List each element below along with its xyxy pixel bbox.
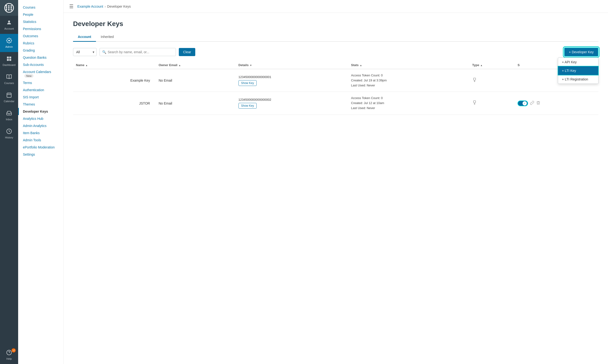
sidebar-item-settings[interactable]: Settings [18,151,63,158]
svg-point-20 [474,104,475,104]
sort-icon-email: ▴ [179,64,180,66]
col-owner-email: Owner Email ▴ [156,61,235,69]
search-input[interactable] [108,48,173,56]
nav-item-inbox[interactable]: Inbox [0,106,18,125]
key2-state: ✓ [515,92,598,115]
dropdown-lti-registration[interactable]: + LTI Registration [558,75,598,84]
logo-dot [8,5,10,7]
sidebar-item-item-banks[interactable]: Item Banks [18,129,63,137]
svg-rect-6 [7,93,11,97]
key2-email: No Email [156,92,235,115]
search-icon: 🔍 [102,50,106,54]
nav-courses-label: Courses [4,82,14,84]
sort-icon-details: ▾ [250,64,251,66]
nav-item-admin[interactable]: Admin [0,34,18,52]
sidebar-item-courses[interactable]: Courses [18,4,63,11]
key1-show-key-button[interactable]: Show Key [238,80,257,86]
dropdown-api-key[interactable]: + API Key [558,58,598,66]
sidebar-item-admin-tools[interactable]: Admin Tools [18,137,63,144]
sidebar-item-permissions[interactable]: Permissions [18,25,63,32]
inbox-icon [6,110,12,117]
developer-key-button[interactable]: + Developer Key [564,48,598,57]
toggle-on[interactable]: ✓ [517,101,528,106]
sidebar-item-statistics[interactable]: Statistics [18,18,63,25]
sidebar-item-sub-accounts[interactable]: Sub-Accounts [18,61,63,68]
sidebar-item-sis-import[interactable]: SIS Import [18,93,63,101]
account-icon [6,20,12,26]
logo-dot [8,7,10,9]
action-icons [530,101,541,106]
admin-icon [6,38,12,44]
filter-select[interactable]: All Active Inactive [73,48,97,56]
svg-rect-17 [474,101,476,103]
tabs: Account Inherited [73,32,598,42]
svg-point-0 [8,21,10,22]
history-icon [6,129,12,135]
sidebar-item-eportfolio-moderation[interactable]: ePortfolio Moderation [18,144,63,151]
help-icon [6,350,12,356]
nav-inbox-label: Inbox [6,118,13,121]
svg-point-16 [474,81,475,82]
sort-icon-stats: ▴ [360,64,362,66]
plug-icon [472,78,477,83]
dropdown-lti-key[interactable]: + LTI Key [558,66,598,75]
nav-dashboard-label: Dashboard [3,64,15,66]
sidebar-item-question-banks[interactable]: Question Banks [18,54,63,61]
link-icon[interactable] [530,101,534,106]
search-wrap: 🔍 [100,48,176,56]
sidebar-item-analytics-hub[interactable]: Analytics Hub [18,115,63,122]
svg-point-1 [8,40,10,41]
breadcrumb-current: Developer Keys [107,4,131,8]
sidebar-item-people[interactable]: People [18,11,63,18]
dropdown-menu: + API Key + LTI Key + LTI Registration [558,58,598,84]
logo-dot [6,7,7,9]
nav-item-help[interactable]: 10 Help [0,346,18,364]
key2-name: JSTOR [73,92,156,115]
new-badge: New [24,74,33,78]
sort-icon-name: ▴ [86,64,87,66]
key1-type [469,69,515,92]
table-row: Example Key No Email 1234500000000000001… [73,69,598,92]
nav-item-calendar[interactable]: Calendar [0,88,18,106]
nav-item-account[interactable]: Account [0,16,18,34]
logo-dot [6,5,7,7]
nav-item-courses[interactable]: Courses [0,70,18,88]
sidebar-item-themes[interactable]: Themes [18,101,63,108]
sidebar-item-grading[interactable]: Grading [18,47,63,54]
sidebar-item-terms[interactable]: Terms [18,79,63,86]
plug-icon-2 [472,101,477,106]
sidebar-item-account-calendars[interactable]: Account Calendars New [18,68,63,79]
content-area: Developer Keys Account Inherited All Act… [64,13,608,364]
col-stats: Stats ▴ [348,61,469,69]
svg-rect-13 [474,78,476,80]
col-details: Details ▾ [236,61,348,69]
logo[interactable] [0,0,18,16]
sidebar-item-outcomes[interactable]: Outcomes [18,32,63,40]
tab-account[interactable]: Account [73,32,96,42]
nav-item-history[interactable]: History [0,125,18,143]
logo-circle [4,3,14,13]
key1-details: 1234500000000000001 Show Key [236,69,348,92]
clear-button[interactable]: Clear [179,48,195,56]
key2-show-key-button[interactable]: Show Key [238,103,257,109]
sidebar-item-authentication[interactable]: Authentication [18,86,63,93]
trash-icon[interactable] [536,101,541,106]
key1-stats: Access Token Count: 0 Created: Jul 19 at… [348,69,469,92]
toggle-knob: ✓ [523,101,527,105]
logo-dot [8,9,10,11]
hamburger-button[interactable]: ☰ [68,3,75,10]
svg-rect-2 [7,57,9,58]
nav-item-dashboard[interactable]: Dashboard [0,52,18,70]
main-content: ☰ Example Account › Developer Keys Devel… [64,0,608,364]
sort-icon-type: ▴ [481,64,482,66]
sidebar-item-admin-analytics[interactable]: Admin Analytics [18,122,63,129]
status-col: ✓ [517,101,595,106]
sidebar-item-rubrics[interactable]: Rubrics [18,40,63,47]
key2-number: 1234500000000000002 [238,98,345,102]
tab-inherited[interactable]: Inherited [96,32,118,42]
table-body: Example Key No Email 1234500000000000001… [73,69,598,115]
breadcrumb-account[interactable]: Example Account [77,4,103,8]
sidebar-item-developer-keys[interactable]: Developer Keys [18,108,63,115]
breadcrumb-separator: › [104,4,106,8]
logo-dot [11,9,12,11]
